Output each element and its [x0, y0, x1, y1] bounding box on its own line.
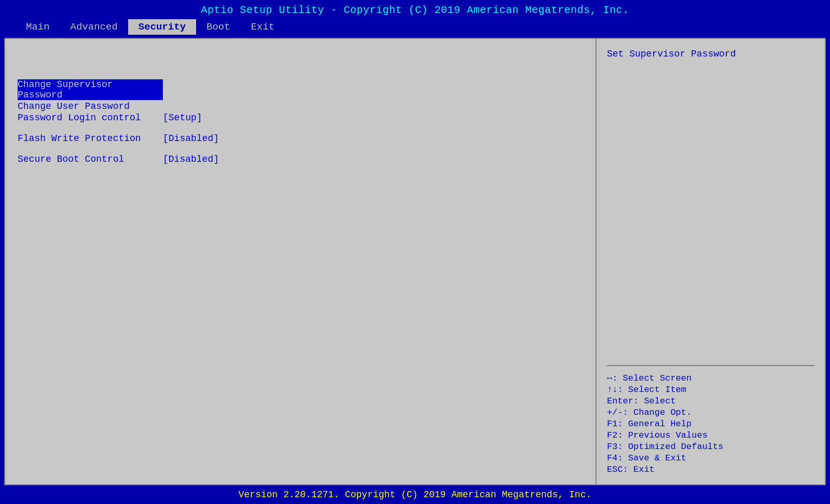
menu-item-main[interactable]: Main: [16, 19, 60, 35]
menu-label-password-login-control[interactable]: Password Login control: [18, 113, 163, 123]
menu-label-secure-boot-control[interactable]: Secure Boot Control: [18, 154, 163, 164]
help-text: Set Supervisor Password: [607, 47, 814, 61]
hint-optimized-defaults: F3: Optimized Defaults: [607, 442, 814, 452]
hint-esc-exit: ESC: Exit: [607, 465, 814, 474]
menu-items-list: Change Supervisor PasswordChange User Pa…: [18, 79, 583, 164]
supervisor-password-value: Not Installed: [163, 47, 236, 58]
supervisor-password-row: Supervisor Password: Not Installed: [18, 47, 583, 58]
footer-text: Version 2.20.1271. Copyright (C) 2019 Am…: [239, 489, 592, 500]
hint-save-exit: F4: Save & Exit: [607, 453, 814, 463]
hint-change-opt: +/-: Change Opt.: [607, 408, 814, 417]
hint-section: ↔: Select Screen↑↓: Select ItemEnter: Se…: [607, 365, 814, 476]
menu-row-secure-boot-control: Secure Boot Control [Disabled]: [18, 154, 583, 164]
menu-label-change-user-password[interactable]: Change User Password: [18, 101, 163, 111]
hint-general-help: F1: General Help: [607, 419, 814, 429]
hint-enter-select: Enter: Select: [607, 396, 814, 406]
title-text: Aptio Setup Utility - Copyright (C) 2019…: [201, 4, 629, 16]
hint-select-screen: ↔: Select Screen: [607, 373, 814, 383]
user-password-row: User Password: Not Installed: [18, 59, 583, 69]
menu-row-flash-write-protection: Flash Write Protection [Disabled]: [18, 133, 583, 144]
user-password-value: Not Installed: [163, 59, 236, 69]
gap-flash-write-protection: [18, 124, 583, 133]
menu-bar: MainAdvancedSecurityBootExit: [0, 19, 830, 38]
right-panel: Set Supervisor Password ↔: Select Screen…: [597, 39, 825, 484]
hint-previous-values: F2: Previous Values: [607, 430, 814, 440]
menu-row-change-user-password: Change User Password: [18, 101, 583, 111]
hint-select-item: ↑↓: Select Item: [607, 385, 814, 395]
menu-row-password-login-control: Password Login control [Setup]: [18, 113, 583, 123]
menu-value-password-login-control: [Setup]: [163, 113, 202, 123]
supervisor-password-label: Supervisor Password:: [18, 47, 163, 58]
menu-value-flash-write-protection: [Disabled]: [163, 133, 219, 144]
gap1: [18, 70, 583, 79]
content-area: Supervisor Password: Not Installed User …: [4, 38, 826, 485]
footer-bar: Version 2.20.1271. Copyright (C) 2019 Am…: [0, 485, 830, 504]
menu-item-exit[interactable]: Exit: [241, 19, 285, 35]
menu-value-secure-boot-control: [Disabled]: [163, 154, 219, 164]
menu-label-change-supervisor-password[interactable]: Change Supervisor Password: [18, 79, 163, 100]
menu-row-change-supervisor-password: Change Supervisor Password: [18, 79, 583, 100]
menu-item-boot[interactable]: Boot: [196, 19, 241, 35]
gap-secure-boot-control: [18, 145, 583, 154]
menu-item-security[interactable]: Security: [128, 19, 196, 35]
title-bar: Aptio Setup Utility - Copyright (C) 2019…: [0, 0, 830, 19]
left-panel: Supervisor Password: Not Installed User …: [5, 39, 597, 484]
user-password-label: User Password:: [18, 59, 163, 69]
menu-item-advanced[interactable]: Advanced: [60, 19, 128, 35]
menu-label-flash-write-protection[interactable]: Flash Write Protection: [18, 133, 163, 144]
